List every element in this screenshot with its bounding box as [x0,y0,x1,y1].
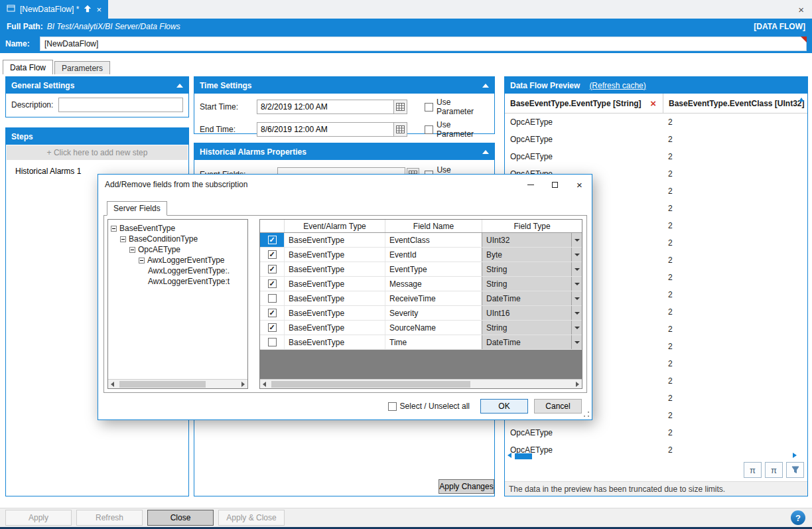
tab-close-icon[interactable]: × [96,5,102,14]
scrollbar-thumb[interactable] [119,381,206,388]
tree-item[interactable]: AwxLoggerEventType:. [108,265,247,276]
scroll-left-icon[interactable] [263,382,266,387]
tree-collapse-icon[interactable] [129,247,135,253]
field-checkbox-cell[interactable] [260,321,284,335]
scroll-left-icon[interactable] [111,382,114,387]
scrollbar-thumb[interactable] [271,381,470,388]
scroll-right-icon[interactable] [793,453,797,458]
preview-row[interactable]: OpcAEType 2 [505,113,807,131]
name-input[interactable] [40,37,807,51]
start-time-input[interactable] [257,100,407,114]
general-settings-header[interactable]: General Settings [6,77,188,94]
preview-row[interactable]: OpcAEType 2 [505,441,807,459]
dropdown-arrow-button[interactable] [571,262,582,276]
field-checkbox[interactable] [268,250,277,259]
table-horizontal-scrollbar[interactable] [260,379,582,388]
field-type-dropdown[interactable]: String [482,277,582,291]
collapse-chevron-icon[interactable] [482,150,489,154]
field-checkbox-cell[interactable] [260,291,284,305]
tab-server-fields[interactable]: Server Fields [107,201,167,216]
field-row[interactable]: BaseEventType Message String [260,277,582,291]
time-settings-header[interactable]: Time Settings [194,77,494,94]
scroll-right-icon[interactable] [576,382,579,387]
field-row[interactable]: BaseEventType Severity UInt16 [260,306,582,321]
dropdown-arrow-button[interactable] [571,306,582,320]
add-step-button[interactable]: + Click here to add new step [7,145,188,160]
ok-button[interactable]: OK [480,399,528,414]
dialog-title-bar[interactable]: Add/Remove fields from the subscription … [98,175,592,194]
preview-column-eventclass[interactable]: BaseEventType.EventClass [UInt32] [663,94,807,113]
tree-collapse-icon[interactable] [111,226,117,232]
footer-button[interactable]: Apply & Close [218,510,285,526]
resize-grip[interactable] [582,410,590,418]
help-button[interactable]: ? [791,510,805,525]
preview-row[interactable]: OpcAEType 2 [505,131,807,148]
tab-data-flow[interactable]: Data Flow [3,60,53,74]
end-time-picker-button[interactable] [393,123,407,136]
dropdown-arrow-button[interactable] [571,291,582,305]
tree-item[interactable]: OpcAEType [108,244,247,255]
select-unselect-all-checkbox[interactable] [388,402,397,411]
minimize-button[interactable] [518,175,543,194]
dropdown-arrow-button[interactable] [571,335,582,349]
preview-column-eventtype[interactable]: BaseEventType.EventType [String] × [505,94,663,113]
pivot-rows-button[interactable]: π [744,462,762,478]
field-checkbox-cell[interactable] [260,233,284,247]
field-checkbox-cell[interactable] [260,262,284,276]
field-type-dropdown[interactable]: String [482,262,582,276]
field-checkbox[interactable] [268,323,277,332]
refresh-cache-link[interactable]: (Refresh cache) [589,81,645,90]
field-row[interactable]: BaseEventType SourceName String [260,321,582,335]
dropdown-arrow-button[interactable] [571,233,582,247]
preview-row[interactable]: OpcAEType 2 [505,148,807,165]
field-checkbox-cell[interactable] [260,248,284,262]
field-type-dropdown[interactable]: Byte [482,248,582,262]
field-checkbox[interactable] [268,279,277,288]
collapse-chevron-icon[interactable] [482,84,489,88]
field-type-dropdown[interactable]: DateTime [482,291,582,305]
dropdown-arrow-button[interactable] [571,248,582,262]
tree-item[interactable]: BaseConditionType [108,234,247,244]
field-checkbox-cell[interactable] [260,277,284,291]
footer-button[interactable]: Apply [5,510,72,526]
description-input[interactable] [58,98,183,112]
scroll-right-icon[interactable] [241,382,245,387]
scroll-left-icon[interactable] [508,453,511,458]
field-row[interactable]: BaseEventType ReceiveTime DateTime [260,291,582,306]
footer-button[interactable]: Close [147,510,214,526]
start-time-picker-button[interactable] [393,100,407,113]
field-checkbox[interactable] [268,309,277,317]
maximize-button[interactable] [543,175,567,194]
tree-collapse-icon[interactable] [139,258,145,264]
cancel-button[interactable]: Cancel [534,399,582,414]
horizontal-scrollbar-thumb[interactable] [515,453,532,459]
field-row[interactable]: BaseEventType EventType String [260,262,582,277]
field-type-dropdown[interactable]: UInt16 [482,306,582,320]
apply-changes-button[interactable]: Apply Changes [439,479,494,494]
field-row[interactable]: BaseEventType EventClass UInt32 [260,233,582,248]
field-checkbox-cell[interactable] [260,335,284,349]
collapse-chevron-icon[interactable] [176,84,183,88]
start-use-parameter-checkbox[interactable] [425,103,433,112]
dropdown-arrow-button[interactable] [571,277,582,291]
undock-arrow-icon[interactable] [84,5,92,15]
preview-row[interactable]: OpcAEType 2 [505,424,807,441]
tree-item[interactable]: AwxLoggerEventType:t [108,276,247,287]
field-checkbox[interactable] [268,294,277,303]
field-type-dropdown[interactable]: UInt32 [482,233,582,247]
pivot-columns-button[interactable]: π [765,462,783,478]
tree-item[interactable]: AwxLoggerEventType [108,255,247,265]
field-type-dropdown[interactable]: String [482,321,582,335]
field-checkbox-cell[interactable] [260,306,284,320]
tree-item[interactable]: BaseEventType [108,223,247,234]
field-type-dropdown[interactable]: DateTime [482,335,582,349]
dropdown-arrow-button[interactable] [571,321,582,335]
field-row[interactable]: BaseEventType Time DateTime [260,335,582,350]
tab-parameters[interactable]: Parameters [54,61,110,74]
end-time-input[interactable] [257,122,407,137]
end-use-parameter-checkbox[interactable] [425,125,433,134]
filter-button[interactable] [786,462,804,478]
remove-column-icon[interactable]: × [650,98,656,108]
scroll-up-icon[interactable] [799,98,804,102]
tree-collapse-icon[interactable] [120,236,126,242]
